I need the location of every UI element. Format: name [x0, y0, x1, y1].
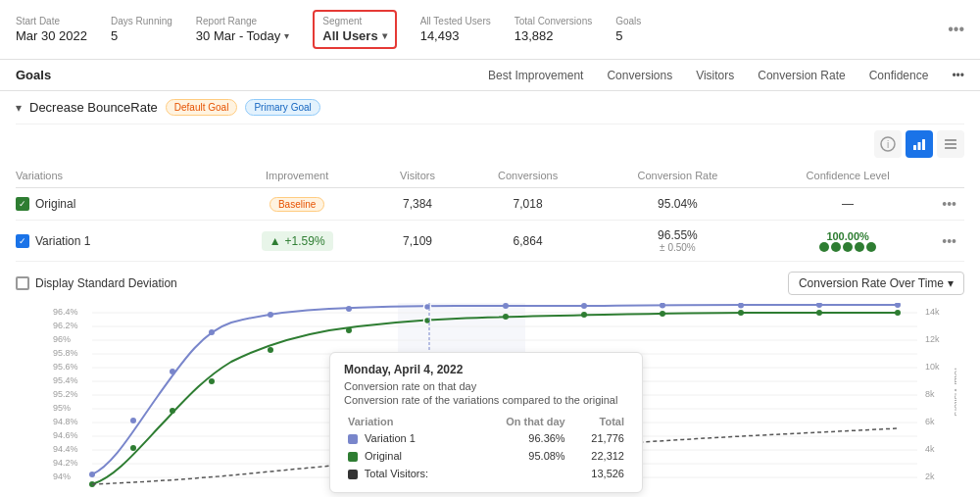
- svg-text:95.6%: 95.6%: [53, 362, 78, 372]
- svg-text:95.8%: 95.8%: [53, 348, 78, 358]
- svg-text:96%: 96%: [53, 334, 71, 344]
- row-original-name: ✓ Original: [16, 188, 220, 221]
- segment-label: Segment: [322, 16, 386, 26]
- goal-chevron[interactable]: ▾: [16, 101, 22, 115]
- chart-section: Display Standard Deviation Conversion Ra…: [0, 262, 980, 497]
- nav-conversion-rate[interactable]: Conversion Rate: [758, 69, 845, 82]
- svg-text:94%: 94%: [53, 472, 71, 481]
- tooltip-table: Variation On that day Total Variation 1 …: [344, 414, 628, 482]
- all-tested-value: 14,493: [420, 28, 491, 43]
- goals-nav: Best Improvement Conversions Visitors Co…: [488, 69, 964, 82]
- svg-point-37: [130, 418, 136, 423]
- row-var1-name: ✓ Variation 1: [16, 221, 220, 262]
- svg-text:95.4%: 95.4%: [53, 375, 78, 385]
- all-tested-label: All Tested Users: [420, 16, 491, 26]
- row-var1-conversions: 6,864: [462, 221, 594, 262]
- row-original-more[interactable]: •••: [934, 188, 964, 221]
- report-range-stat[interactable]: Report Range 30 Mar - Today ▾: [196, 16, 289, 43]
- svg-point-43: [503, 303, 509, 309]
- legend-dot-dark: [348, 470, 358, 479]
- svg-point-61: [895, 310, 901, 316]
- total-conv-stat: Total Conversions 13,882: [514, 16, 592, 43]
- row-var1-improvement: ▲ +1.59%: [220, 221, 372, 262]
- nav-best-improvement[interactable]: Best Improvement: [488, 69, 583, 82]
- th-improvement: Improvement: [220, 164, 372, 188]
- more-options-icon[interactable]: •••: [948, 21, 964, 38]
- svg-point-44: [581, 303, 587, 309]
- tooltip-row-original: Original 95.08% 22,312: [344, 447, 628, 465]
- tooltip-row-var1: Variation 1 96.36% 21,776: [344, 429, 628, 447]
- days-running-label: Days Running: [111, 16, 172, 26]
- svg-rect-4: [922, 139, 925, 150]
- svg-text:94.8%: 94.8%: [53, 417, 78, 426]
- std-dev-checkbox[interactable]: [16, 276, 29, 290]
- svg-point-40: [268, 312, 273, 318]
- svg-point-54: [346, 327, 352, 333]
- nav-conversions[interactable]: Conversions: [607, 69, 672, 82]
- nav-confidence[interactable]: Confidence: [869, 69, 929, 82]
- nav-visitors[interactable]: Visitors: [696, 69, 734, 82]
- std-dev-control[interactable]: Display Standard Deviation: [16, 276, 177, 290]
- svg-text:95%: 95%: [53, 403, 71, 413]
- svg-point-52: [209, 378, 215, 384]
- svg-text:96.4%: 96.4%: [53, 307, 78, 317]
- svg-text:Total Visitors: Total Visitors: [953, 367, 956, 417]
- svg-point-60: [816, 310, 822, 316]
- svg-point-51: [170, 408, 175, 414]
- svg-text:i: i: [887, 139, 889, 150]
- svg-text:4k: 4k: [925, 444, 935, 454]
- chart-tooltip: Monday, April 4, 2022 Conversion rate on…: [329, 352, 643, 493]
- tooltip-line2: Conversion rate of the variations compar…: [344, 394, 628, 406]
- th-conversion-rate: Conversion Rate: [594, 164, 761, 188]
- segment-stat[interactable]: Segment All Users ▾: [313, 10, 396, 49]
- goal-name-row: ▾ Decrease BounceRate Default Goal Prima…: [16, 91, 964, 124]
- start-date-value: Mar 30 2022: [16, 28, 87, 43]
- svg-point-50: [130, 445, 136, 451]
- row-var1-more[interactable]: •••: [934, 221, 964, 262]
- total-conv-value: 13,882: [514, 28, 592, 43]
- icon-info[interactable]: i: [874, 130, 902, 158]
- goals-more-icon[interactable]: •••: [952, 69, 964, 82]
- row-original-conversions: 7,018: [462, 188, 594, 221]
- svg-point-59: [738, 310, 744, 316]
- svg-text:8k: 8k: [925, 389, 935, 399]
- chart-type-dropdown[interactable]: Conversion Rate Over Time ▾: [788, 272, 964, 295]
- tooltip-th-total: Total: [569, 414, 628, 429]
- icon-table[interactable]: [937, 130, 964, 158]
- row-var1-conv-rate: 96.55% ± 0.50%: [594, 221, 761, 262]
- checkbox-var1[interactable]: ✓: [16, 234, 29, 248]
- report-range-label: Report Range: [196, 16, 289, 26]
- svg-rect-5: [945, 139, 956, 141]
- report-range-chevron: ▾: [284, 30, 289, 41]
- badge-primary: Primary Goal: [245, 99, 319, 116]
- report-range-value: 30 Mar - Today: [196, 28, 280, 43]
- all-tested-stat: All Tested Users 14,493: [420, 16, 491, 43]
- svg-text:94.2%: 94.2%: [53, 458, 78, 468]
- svg-rect-3: [918, 142, 921, 150]
- goals-label: Goals: [615, 16, 641, 26]
- goals-stat: Goals 5: [615, 16, 641, 43]
- th-conversions: Conversions: [462, 164, 594, 188]
- svg-point-53: [268, 347, 273, 353]
- goal-name: Decrease BounceRate: [29, 100, 158, 115]
- svg-point-38: [170, 369, 175, 374]
- row-original-confidence: —: [761, 188, 934, 221]
- icon-chart-active[interactable]: [906, 130, 933, 158]
- chart-type-label: Conversion Rate Over Time: [799, 276, 944, 290]
- row-var1-visitors: 7,109: [373, 221, 463, 262]
- svg-point-56: [503, 314, 509, 320]
- svg-text:12k: 12k: [925, 334, 940, 344]
- improvement-arrow: ▲: [270, 234, 281, 248]
- table-row: ✓ Variation 1 ▲ +1.59% 7,109 6,864 96.55…: [16, 221, 964, 262]
- row-original-visitors: 7,384: [373, 188, 463, 221]
- days-running-value: 5: [111, 28, 172, 43]
- stats-bar: Start Date Mar 30 2022 Days Running 5 Re…: [0, 0, 980, 60]
- checkbox-original[interactable]: ✓: [16, 197, 29, 211]
- tooltip-date: Monday, April 4, 2022: [344, 363, 628, 376]
- start-date-label: Start Date: [16, 16, 87, 26]
- svg-rect-2: [913, 145, 916, 150]
- svg-text:2k: 2k: [925, 472, 935, 481]
- svg-point-57: [581, 312, 587, 318]
- start-date-stat: Start Date Mar 30 2022: [16, 16, 87, 43]
- legend-dot-blue: [348, 434, 358, 444]
